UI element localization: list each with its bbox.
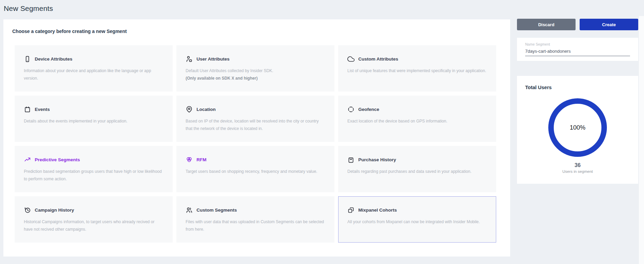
- category-card-purchase-history[interactable]: Purchase HistoryDetails regarding past p…: [338, 146, 496, 192]
- trend-up-icon: [24, 156, 31, 163]
- card-head: Geofence: [347, 106, 487, 113]
- category-card-campaign-history[interactable]: Campaign HistoryHistorical Campaigns inf…: [15, 196, 173, 243]
- card-head: Location: [186, 106, 325, 113]
- card-description: Based on IP of the device, location will…: [186, 117, 325, 132]
- card-title: Campaign History: [35, 208, 74, 213]
- category-card-mixpanel-cohorts[interactable]: Mixpanel CohortsAll your cohorts from Mi…: [338, 196, 496, 243]
- link-squares-icon: [347, 207, 355, 214]
- total-users-donut: 100%: [548, 98, 607, 157]
- category-card-custom-attributes[interactable]: Custom AttributesList of unique features…: [338, 45, 496, 92]
- card-head: Predictive Segments: [24, 156, 163, 163]
- category-card-rfm[interactable]: RFMTarget users based on shopping recenc…: [176, 146, 334, 192]
- geofence-icon: [347, 106, 355, 113]
- users-in-segment-caption: Users in segment: [517, 169, 638, 174]
- card-title: Purchase History: [358, 157, 396, 162]
- card-head: Device Attributes: [24, 55, 163, 63]
- card-description: List of unique features that were implem…: [347, 67, 486, 75]
- create-button[interactable]: Create: [580, 19, 638, 30]
- action-buttons: Discard Create: [517, 19, 638, 30]
- card-description: Details about the events implemented in …: [24, 117, 163, 125]
- map-pin-icon: [186, 106, 193, 113]
- card-description: Details regarding past purchases and dat…: [347, 168, 486, 175]
- category-card-location[interactable]: LocationBased on IP of the device, locat…: [176, 96, 334, 142]
- card-title: Device Attributes: [35, 56, 73, 62]
- sidebar: Discard Create Name Segment Total Users …: [517, 19, 638, 184]
- category-card-events[interactable]: EventsDetails about the events implement…: [15, 96, 173, 142]
- device-icon: [24, 55, 31, 63]
- card-head: Mixpanel Cohorts: [347, 207, 487, 214]
- total-users-title: Total Users: [525, 85, 638, 90]
- card-description: Files with user data that was uploaded i…: [186, 218, 325, 233]
- page-title: New Segments: [4, 4, 53, 13]
- segment-categories-panel: Choose a category before creating a new …: [3, 19, 510, 257]
- card-head: User Attributes: [186, 55, 325, 63]
- card-head: Custom Segments: [186, 207, 325, 214]
- card-title: Custom Attributes: [358, 56, 398, 62]
- card-description: Prediction based segmentation groups use…: [24, 168, 163, 183]
- card-title: Mixpanel Cohorts: [358, 208, 397, 213]
- scrollbar-track[interactable]: [639, 16, 644, 264]
- card-description: Target users based on shopping recency, …: [186, 168, 325, 175]
- users-icon: [186, 207, 193, 214]
- total-users-card: Total Users 100% 36 Users in segment: [517, 76, 638, 184]
- card-description: Historical Campaigns information, to tar…: [24, 218, 163, 233]
- card-head: Purchase History: [347, 156, 487, 163]
- name-segment-label: Name Segment: [525, 42, 630, 46]
- card-title: Custom Segments: [197, 208, 237, 213]
- category-card-geofence[interactable]: GeofenceExact location of the device bas…: [338, 96, 496, 142]
- card-description: Information about your device and applic…: [24, 67, 163, 82]
- card-title: Events: [35, 107, 50, 112]
- category-card-predictive-segments[interactable]: Predictive SegmentsPrediction based segm…: [15, 146, 173, 192]
- category-card-user-attributes[interactable]: User AttributesDefault User Attributes c…: [176, 45, 334, 92]
- category-card-device-attributes[interactable]: Device AttributesInformation about your …: [15, 45, 173, 92]
- discard-button[interactable]: Discard: [517, 19, 576, 30]
- card-head: Events: [24, 106, 163, 113]
- category-grid: Device AttributesInformation about your …: [15, 45, 496, 243]
- venn-icon: [186, 156, 193, 163]
- card-title: Location: [197, 107, 216, 112]
- card-description: Default User Attributes collected by Ins…: [186, 67, 325, 82]
- card-description: All your cohorts from Mixpanel can now b…: [347, 218, 486, 226]
- name-segment-card: Name Segment: [517, 38, 638, 61]
- category-card-custom-segments[interactable]: Custom SegmentsFiles with user data that…: [176, 196, 334, 243]
- users-in-segment-count: 36: [517, 162, 638, 168]
- donut-percent-label: 100%: [548, 98, 607, 157]
- card-note: (Only available on SDK X and higher): [186, 75, 325, 82]
- card-title: Predictive Segments: [35, 157, 80, 162]
- card-title: Geofence: [358, 107, 379, 112]
- card-description: Exact location of the device based on GP…: [347, 117, 486, 125]
- user-card-icon: [186, 55, 193, 63]
- shopping-bag-icon: [347, 156, 355, 163]
- card-head: RFM: [186, 156, 325, 163]
- cloud-icon: [347, 55, 355, 63]
- history-clock-icon: [24, 207, 31, 214]
- card-head: Campaign History: [24, 207, 163, 214]
- calendar-icon: [24, 106, 31, 113]
- card-title: User Attributes: [197, 56, 230, 62]
- card-title: RFM: [197, 157, 206, 162]
- name-segment-input[interactable]: [525, 48, 630, 56]
- card-head: Custom Attributes: [347, 55, 487, 63]
- panel-heading: Choose a category before creating a new …: [12, 29, 127, 34]
